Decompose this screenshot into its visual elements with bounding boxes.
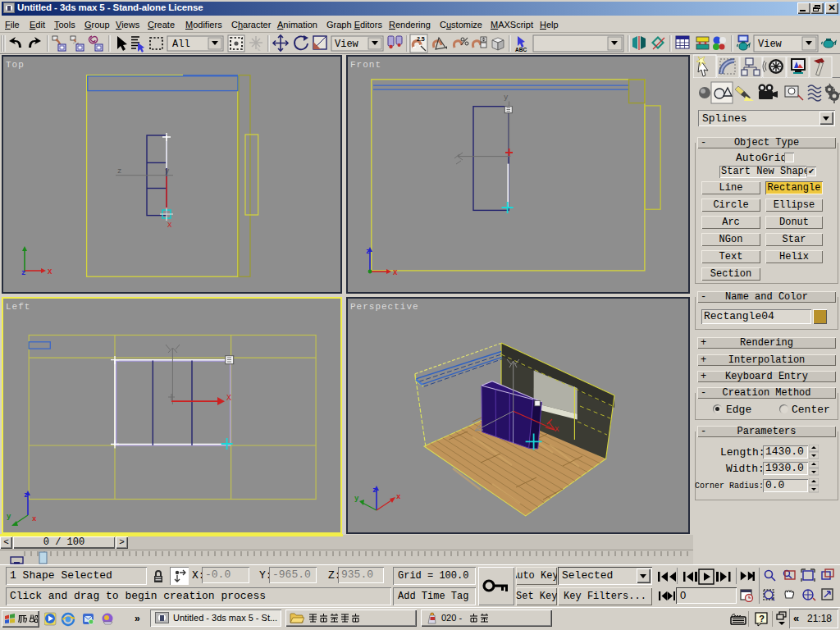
svg-text:z: z [24, 491, 28, 500]
svg-text:z: z [21, 269, 25, 277]
svg-text:y: y [7, 513, 11, 521]
svg-text:y: y [354, 495, 359, 503]
svg-text:y: y [504, 94, 509, 102]
svg-text:All: All [172, 39, 190, 50]
svg-text:y: y [165, 167, 170, 176]
svg-text:View: View [758, 39, 783, 50]
svg-text:X: X [167, 221, 172, 230]
svg-text:z: z [366, 248, 370, 256]
svg-text:z: z [117, 167, 121, 176]
svg-text:2.5: 2.5 [417, 36, 425, 42]
svg-text:View: View [335, 39, 359, 50]
svg-text:z: z [372, 486, 377, 495]
svg-text:X: X [555, 426, 559, 434]
svg-text:ABC: ABC [515, 47, 527, 52]
svg-text:X: X [393, 269, 398, 277]
svg-text:x: x [396, 493, 401, 501]
svg-text:x: x [32, 515, 37, 523]
svg-text:X: X [226, 394, 231, 403]
svg-text:X: X [48, 268, 52, 276]
svg-text:?: ? [759, 614, 765, 623]
